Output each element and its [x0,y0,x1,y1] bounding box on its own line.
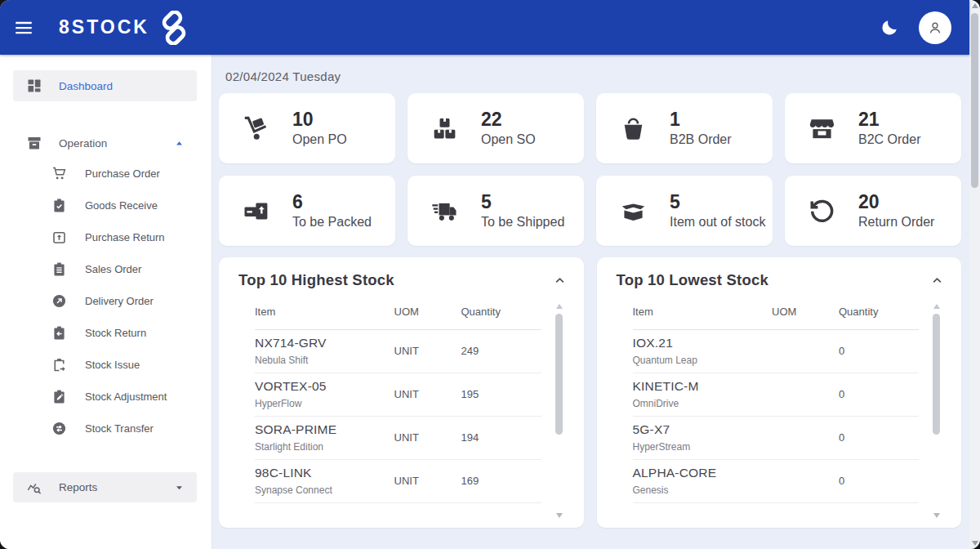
column-header: Quantity [461,296,541,329]
uom-cell: UNIT [394,431,461,444]
user-avatar[interactable] [919,11,951,44]
menu-icon[interactable] [13,16,36,39]
brand-logo-icon [158,11,190,45]
table-row: ALPHA-CORE Genesis 0 [633,460,920,503]
chart-search-icon [26,480,42,496]
stat-label: B2B Order [670,132,732,147]
sidebar-group-reports[interactable]: Reports [13,472,197,502]
stat-value: 5 [481,192,564,212]
scrollbar-up-arrow-icon[interactable] [556,304,563,309]
page-scrollbar-thumb[interactable] [971,13,978,188]
item-name: Genesis [633,484,773,496]
table-row: NX714-GRV Nebula Shift UNIT 249 [255,330,541,373]
quantity-cell: 0 [839,475,919,487]
store-icon [808,114,836,143]
uom-cell: UNIT [394,475,461,487]
sidebar-group-label: Operation [59,137,107,150]
item-code: KINETIC-M [633,379,773,394]
sidebar-item-purchase-order[interactable]: Purchase Order [13,158,197,190]
item-cell: 5G-X7 HyperStream [633,422,773,453]
quantity-cell: 249 [461,345,541,357]
table-scrollbar[interactable] [932,304,942,518]
sidebar-item-label: Stock Return [85,327,146,339]
item-name: OmniDrive [633,398,773,409]
sidebar-item-goods-receive[interactable]: Goods Receive [13,190,197,221]
sidebar-item-stock-transfer[interactable]: Stock Transfer [13,413,197,444]
collapse-chevron-up-icon[interactable] [552,273,568,288]
sidebar-item-stock-adjustment[interactable]: Stock Adjustment [13,381,197,413]
stat-label: B2C Order [858,132,920,147]
arrow-circle-icon [51,293,67,309]
stat-label: To be Packed [292,215,372,230]
stat-text: 10 Open PO [292,109,347,147]
stat-card-to-be-packed: 6 To be Packed [219,176,395,246]
app-window: 8STOCK Dashboard Operation Purchase Orde… [0,0,980,549]
transfer-circle-icon [51,421,67,436]
scrollbar-down-arrow-icon[interactable] [933,513,940,518]
stat-label: Open PO [292,132,347,147]
sidebar-item-purchase-return[interactable]: Purchase Return [13,221,197,253]
scrollbar-up-arrow-icon[interactable] [972,3,978,8]
item-code: 98C-LINK [255,466,394,480]
page-scrollbar[interactable] [969,0,980,549]
brand-name: 8STOCK [59,16,149,38]
collapse-chevron-up-icon[interactable] [929,273,945,288]
table-title: Top 10 Highest Stock [238,271,394,289]
sidebar-item-stock-return[interactable]: Stock Return [13,317,197,349]
caret-up-icon [173,137,185,150]
item-name: Synapse Connect [255,484,394,496]
sidebar-item-label: Dashboard [59,80,113,92]
truck-icon [430,197,459,225]
clipboard-edit-icon [51,389,67,404]
stat-value: 6 [292,192,372,212]
uom-cell: UNIT [394,388,461,400]
stat-label: Open SO [481,132,536,147]
sidebar-item-stock-issue[interactable]: Stock Issue [13,349,197,381]
quantity-cell: 0 [839,431,919,444]
item-name: Nebula Shift [255,355,394,366]
clipboard-lines-icon [51,261,67,277]
quantity-cell: 0 [839,345,919,357]
sidebar-group-label: Reports [59,481,97,493]
sidebar-item-label: Stock Adjustment [85,391,167,403]
column-header: Item [255,296,394,329]
sidebar-item-delivery-order[interactable]: Delivery Order [13,285,197,317]
uom-cell: UNIT [394,345,461,357]
sidebar-group-operation[interactable]: Operation [13,128,197,158]
table-title: Top 10 Lowest Stock [617,271,768,289]
dashboard-icon [26,78,42,94]
sidebar: Dashboard Operation Purchase Order Goods… [0,55,212,549]
table-scrollbar-thumb[interactable] [933,314,940,435]
item-name: Starlight Edition [255,441,394,453]
item-cell: SORA-PRIME Starlight Edition [255,422,394,453]
sidebar-item-label: Goods Receive [85,199,158,212]
user-icon [927,20,943,36]
bucket-icon [619,114,648,143]
sidebar-item-sales-order[interactable]: Sales Order [13,253,197,285]
main-content: 02/04/2024 Tuesday 10 Open PO 22 Open SO… [212,55,969,549]
scrollbar-down-arrow-icon[interactable] [556,513,563,518]
table-column-headers: Item UOM Quantity [255,296,541,330]
stat-text: 1 B2B Order [670,109,732,147]
column-header: UOM [772,296,839,329]
stats-grid: 10 Open PO 22 Open SO 1 B2B Order 21 B2C… [219,93,961,246]
table-scrollbar-thumb[interactable] [555,314,563,435]
stat-label: Return Order [858,215,934,230]
sidebar-item-label: Delivery Order [85,295,154,307]
clipboard-check-icon [51,198,67,213]
sidebar-item-dashboard[interactable]: Dashboard [13,70,197,101]
current-date: 02/04/2024 Tuesday [225,69,961,83]
scrollbar-down-arrow-icon[interactable] [972,541,978,546]
stat-value: 22 [481,109,536,129]
table-scrollbar[interactable] [555,304,564,518]
quantity-cell: 169 [461,475,541,487]
stat-value: 10 [292,109,347,129]
dark-mode-toggle-moon-icon[interactable] [880,18,899,38]
open-box-icon [619,197,648,225]
pack-box-icon [242,197,270,225]
item-cell: IOX.21 Quantum Leap [633,336,773,366]
stat-value: 5 [670,192,765,212]
column-header: Quantity [839,296,919,329]
stat-value: 1 [670,109,732,129]
scrollbar-up-arrow-icon[interactable] [933,304,940,309]
